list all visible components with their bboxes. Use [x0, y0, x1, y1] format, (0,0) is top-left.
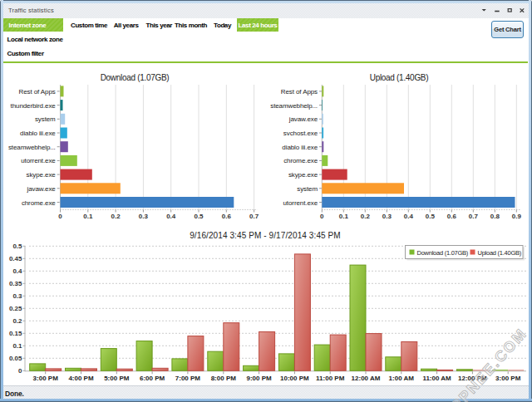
svg-text:0.6: 0.6 — [222, 213, 232, 220]
svg-text:0.1: 0.1 — [12, 342, 22, 350]
svg-text:0.3: 0.3 — [382, 213, 392, 220]
svg-text:thunderbird.exe: thunderbird.exe — [11, 102, 57, 110]
svg-text:diablo iii.exe: diablo iii.exe — [20, 130, 56, 137]
svg-text:0.45: 0.45 — [9, 255, 22, 262]
svg-text:skype.exe: skype.exe — [288, 171, 318, 179]
svg-text:0.15: 0.15 — [9, 330, 22, 337]
svg-text:8:00 PM: 8:00 PM — [211, 375, 237, 382]
svg-text:0.8: 0.8 — [490, 213, 500, 220]
svg-text:7:00 PM: 7:00 PM — [175, 375, 201, 382]
svg-text:diablo iii.exe: diablo iii.exe — [282, 144, 318, 151]
svg-text:javaw.exe: javaw.exe — [26, 185, 56, 193]
svg-text:0.4: 0.4 — [404, 213, 414, 220]
svg-text:0.35: 0.35 — [9, 280, 22, 287]
svg-text:steamwebhelp...: steamwebhelp... — [8, 144, 56, 151]
svg-text:0.6: 0.6 — [447, 213, 457, 220]
svg-text:APPNEE.COM: APPNEE.COM — [440, 325, 530, 402]
svg-text:5:00 PM: 5:00 PM — [104, 375, 130, 382]
svg-text:0.7: 0.7 — [469, 213, 479, 220]
svg-text:system: system — [35, 115, 56, 123]
svg-text:steamwebhelp...: steamwebhelp... — [270, 102, 318, 110]
svg-text:0.25: 0.25 — [9, 305, 22, 312]
svg-text:0.4: 0.4 — [12, 267, 22, 275]
svg-text:javaw.exe: javaw.exe — [288, 115, 318, 123]
svg-text:chrome.exe: chrome.exe — [22, 199, 56, 207]
svg-text:0: 0 — [58, 213, 62, 220]
svg-text:9:00 PM: 9:00 PM — [246, 375, 272, 382]
svg-text:Upload (1.40GB): Upload (1.40GB) — [478, 249, 522, 257]
svg-text:0: 0 — [18, 367, 22, 375]
svg-text:0: 0 — [320, 213, 324, 220]
svg-text:4:00 PM: 4:00 PM — [68, 375, 94, 382]
svg-text:utorrent.exe: utorrent.exe — [283, 199, 318, 207]
svg-text:utorrent.exe: utorrent.exe — [21, 157, 56, 164]
svg-text:Rest of Apps: Rest of Apps — [19, 88, 56, 96]
svg-text:system: system — [297, 185, 318, 193]
svg-text:10:00 PM: 10:00 PM — [280, 375, 309, 382]
svg-text:0.2: 0.2 — [12, 317, 22, 325]
svg-text:Download (1.07GB): Download (1.07GB) — [101, 73, 170, 82]
svg-text:chrome.exe: chrome.exe — [283, 157, 318, 164]
svg-text:0.9: 0.9 — [512, 213, 522, 220]
svg-text:0.1: 0.1 — [339, 213, 349, 220]
svg-text:11:00 AM: 11:00 AM — [422, 375, 451, 382]
svg-text:0.5: 0.5 — [12, 243, 22, 250]
svg-text:3:00 PM: 3:00 PM — [495, 375, 521, 382]
svg-text:0.2: 0.2 — [111, 213, 121, 220]
svg-text:0.3: 0.3 — [139, 213, 149, 220]
svg-text:0.3: 0.3 — [12, 292, 22, 300]
svg-text:svchost.exe: svchost.exe — [283, 130, 318, 137]
svg-text:Download (1.07GB): Download (1.07GB) — [417, 249, 469, 257]
svg-text:9/16/2014 3:45 PM - 9/17/2014: 9/16/2014 3:45 PM - 9/17/2014 3:45 PM — [190, 231, 341, 240]
svg-text:Upload (1.40GB): Upload (1.40GB) — [370, 73, 429, 82]
svg-text:0.05: 0.05 — [9, 355, 22, 362]
svg-text:6:00 PM: 6:00 PM — [140, 375, 165, 382]
svg-text:0.4: 0.4 — [166, 213, 176, 220]
svg-text:0.5: 0.5 — [194, 213, 204, 220]
svg-text:1:00 AM: 1:00 AM — [389, 375, 415, 382]
svg-text:11:00 PM: 11:00 PM — [316, 375, 345, 382]
svg-text:Rest of Apps: Rest of Apps — [281, 88, 318, 96]
svg-text:0.2: 0.2 — [361, 213, 371, 220]
svg-text:0.5: 0.5 — [426, 213, 436, 220]
svg-text:0.1: 0.1 — [83, 213, 93, 220]
svg-text:0.7: 0.7 — [249, 213, 259, 220]
svg-text:3:00 PM: 3:00 PM — [33, 375, 59, 382]
svg-text:skype.exe: skype.exe — [27, 171, 57, 179]
svg-text:12:00 AM: 12:00 AM — [352, 375, 381, 382]
